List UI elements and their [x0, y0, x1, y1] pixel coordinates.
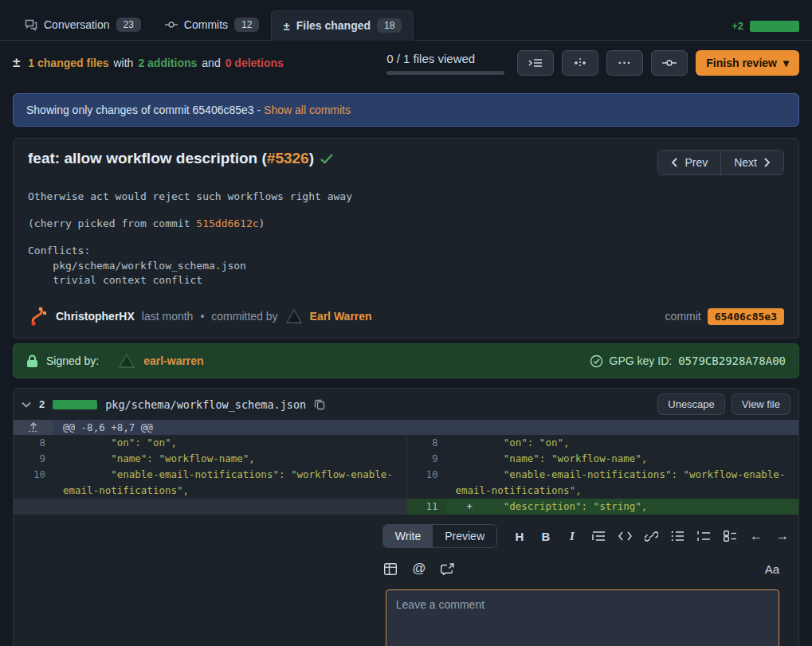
diff-stat-additions: +2 — [732, 20, 743, 32]
signature-row: Signed by: earl-warren GPG key ID: 0579C… — [13, 343, 799, 378]
copy-path-icon[interactable] — [314, 398, 325, 410]
committer-avatar[interactable] — [285, 308, 303, 324]
reference-icon[interactable] — [440, 561, 456, 577]
commit-title-text: feat: allow workflow description ( — [28, 150, 267, 166]
left-line-number[interactable]: 8 — [14, 435, 53, 451]
gpg-key-value: 0579CB2928A78A00 — [678, 354, 786, 367]
tab-commits-label: Commits — [184, 18, 228, 31]
show-all-commits-link[interactable]: Show all commits — [264, 104, 351, 116]
signer-avatar[interactable] — [118, 353, 135, 369]
files-viewed-bar — [386, 71, 504, 75]
right-line-number[interactable]: 8 — [406, 435, 446, 451]
view-file-button[interactable]: View file — [732, 393, 790, 415]
code-icon[interactable] — [617, 528, 633, 544]
diff-file-header: 2 pkg/schema/workflow_schema.json Unesca… — [14, 389, 798, 420]
tab-commits[interactable]: Commits 12 — [153, 10, 272, 40]
committed-by-label: committed by — [211, 310, 277, 323]
committer-name[interactable]: Earl Warren — [310, 310, 372, 323]
caret-down-icon: ▾ — [783, 57, 789, 69]
diff-options-button[interactable]: ··· — [606, 50, 643, 76]
heading-icon[interactable]: H — [512, 528, 528, 544]
success-check-icon — [320, 153, 333, 164]
diff-stat: +2 — [732, 20, 799, 40]
single-commit-banner: Showing only changes of commit 65406c85e… — [13, 93, 799, 127]
file-tree-icon — [528, 57, 543, 69]
mention-icon[interactable]: @ — [411, 561, 427, 577]
right-code-line-added: + "description": "string", — [446, 499, 799, 515]
left-code-line: "on": "on", — [53, 435, 406, 451]
tab-conversation[interactable]: Conversation 23 — [13, 10, 153, 40]
editor-mode-tabs: Write Preview — [382, 524, 497, 548]
preview-tab[interactable]: Preview — [433, 525, 496, 547]
diff-file-box: 2 pkg/schema/workflow_schema.json Unesca… — [13, 388, 799, 646]
ordered-list-icon[interactable] — [696, 528, 712, 544]
finish-review-label: Finish review — [706, 57, 777, 69]
author-name[interactable]: ChristopherHX — [56, 310, 135, 323]
right-line-number[interactable]: 10 — [406, 467, 446, 499]
italic-icon[interactable]: I — [564, 528, 580, 544]
split-diff-icon — [573, 57, 587, 69]
prev-commit-button[interactable]: Prev — [658, 151, 720, 174]
comment-input[interactable] — [386, 589, 779, 646]
comment-editor: Write Preview H B I ← → — [367, 515, 798, 646]
issue-reference[interactable]: #5326 — [267, 150, 309, 166]
monospace-toggle[interactable]: Aa — [765, 562, 779, 576]
next-label: Next — [734, 156, 757, 169]
additions-count: 2 additions — [138, 57, 197, 69]
lock-icon — [26, 354, 38, 368]
diff-split-view: 8 "on": "on", 8 "on": "on", 9 "name": "w… — [14, 435, 798, 515]
table-icon[interactable] — [382, 561, 398, 577]
task-list-icon[interactable] — [722, 528, 738, 544]
cherry-pick-suffix: ) — [259, 217, 265, 229]
file-change-count: 2 — [39, 398, 45, 410]
link-icon[interactable] — [643, 528, 659, 544]
commit-card: feat: allow workflow description (#5326)… — [13, 138, 799, 339]
unescape-button[interactable]: Unescape — [657, 393, 725, 415]
file-name[interactable]: pkg/schema/workflow_schema.json — [105, 398, 306, 411]
unordered-list-icon[interactable] — [669, 528, 685, 544]
signer-name[interactable]: earl-warren — [143, 354, 203, 367]
tab-conversation-label: Conversation — [44, 18, 110, 31]
cherry-pick-commit-link[interactable]: 515dd6612c — [196, 217, 258, 229]
commit-title: feat: allow workflow description (#5326) — [28, 150, 333, 167]
left-line-number[interactable]: 9 — [14, 451, 53, 467]
quote-icon[interactable] — [590, 528, 606, 544]
changed-files-count[interactable]: 1 changed files — [28, 57, 108, 69]
addition-sign: + — [467, 499, 473, 515]
finish-review-button[interactable]: Finish review ▾ — [696, 50, 799, 76]
collapse-chevron-icon[interactable] — [22, 401, 31, 408]
cherry-pick-prefix: (cherry picked from commit — [28, 217, 196, 229]
commit-author-row: ChristopherHX last month • committed by … — [28, 306, 784, 327]
file-diff-stat-bar — [53, 400, 97, 409]
author-avatar[interactable] — [28, 306, 49, 327]
right-line-number-added[interactable]: 11 — [406, 499, 446, 515]
diff-icon: ± — [13, 55, 20, 71]
redo-icon[interactable]: → — [775, 528, 790, 544]
conversation-count-badge: 23 — [116, 18, 141, 32]
prev-label: Prev — [685, 156, 708, 169]
diff-icon: ± — [283, 19, 289, 33]
undo-icon[interactable]: ← — [748, 528, 764, 544]
commit-icon — [662, 57, 677, 69]
next-commit-button[interactable]: Next — [720, 151, 783, 174]
commit-message-body: Otherwise act would reject such workflow… — [28, 190, 784, 288]
gpg-key-label: GPG key ID: — [610, 354, 673, 367]
expand-hunk-button[interactable] — [14, 420, 53, 435]
files-viewed-label: 0 / 1 files viewed — [386, 52, 475, 65]
commit-sha-badge[interactable]: 65406c85e3 — [708, 308, 784, 325]
chevron-left-icon — [671, 158, 678, 167]
commit-select-button[interactable] — [651, 50, 688, 76]
right-code-line: "enable-email-notifications": "workflow-… — [446, 467, 799, 499]
left-line-number[interactable]: 10 — [14, 467, 53, 499]
diff-summary-row: ± 1 changed files with 2 additions and 0… — [0, 41, 812, 84]
tab-files-changed[interactable]: ± Files changed 18 — [271, 10, 414, 41]
left-placeholder-gutter — [14, 499, 53, 515]
write-tab[interactable]: Write — [383, 525, 433, 547]
right-code-line: "name": "workflow-name", — [446, 451, 799, 467]
file-tree-toggle-button[interactable] — [517, 50, 554, 76]
commit-icon — [165, 18, 178, 31]
cherry-pick-line: (cherry picked from commit 515dd6612c) — [28, 217, 784, 232]
right-line-number[interactable]: 9 — [406, 451, 446, 467]
split-view-toggle-button[interactable] — [562, 50, 598, 76]
bold-icon[interactable]: B — [538, 528, 554, 544]
